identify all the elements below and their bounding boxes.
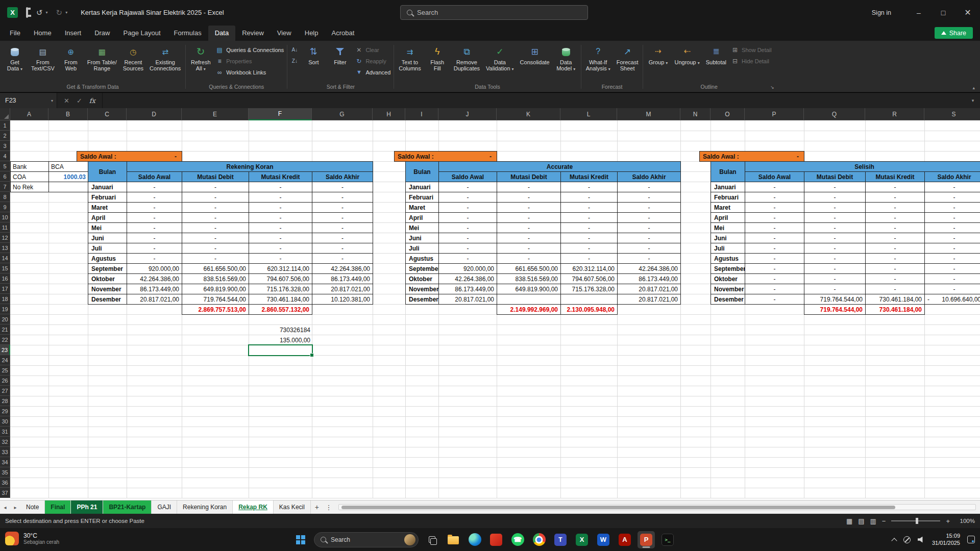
zoom-in-icon[interactable]: +: [946, 517, 950, 525]
excel-icon[interactable]: X: [573, 531, 591, 548]
properties-button[interactable]: ≡Properties: [215, 56, 284, 66]
filter-button[interactable]: Filter: [327, 42, 353, 65]
header-saldo-akhir[interactable]: Saldo Akhir: [924, 171, 980, 182]
ribbon-tab-view[interactable]: View: [271, 26, 298, 41]
ribbon-tab-acrobat[interactable]: Acrobat: [325, 26, 361, 41]
cell-value[interactable]: -: [127, 233, 182, 243]
ribbon-tab-data[interactable]: Data: [208, 26, 235, 41]
cell-month-desember[interactable]: Desember: [405, 294, 439, 305]
ribbon-tab-page-layout[interactable]: Page Layout: [117, 26, 167, 41]
cell-value[interactable]: -: [127, 253, 182, 264]
sign-in-button[interactable]: Sign in: [872, 9, 891, 16]
advanced-filter-button[interactable]: ▼Advanced: [355, 67, 390, 77]
table-title-selisih[interactable]: Selisih: [745, 161, 980, 172]
hide-detail-button[interactable]: ⊟Hide Detail: [731, 56, 772, 66]
cell-B6[interactable]: 1000.03: [48, 171, 88, 182]
reapply-filter-button[interactable]: ↻Reapply: [355, 56, 390, 66]
column-header-Q[interactable]: Q: [804, 108, 865, 120]
column-header-C[interactable]: C: [88, 108, 127, 120]
name-box[interactable]: F23 ▾: [0, 93, 57, 108]
cell-B7[interactable]: [48, 182, 88, 192]
ribbon-tab-insert[interactable]: Insert: [58, 26, 88, 41]
cell-value[interactable]: [497, 294, 561, 305]
cell-value[interactable]: -: [924, 243, 980, 254]
clear-filter-button[interactable]: ✕Clear: [355, 45, 390, 55]
header-bulan[interactable]: Bulan: [710, 161, 745, 182]
cell-value[interactable]: -: [865, 253, 925, 264]
cell-value[interactable]: -: [560, 202, 618, 213]
insert-function-icon[interactable]: fx: [89, 97, 95, 105]
cell-value[interactable]: 920.000,00: [127, 263, 182, 274]
ribbon-tab-help[interactable]: Help: [298, 26, 325, 41]
cell-total[interactable]: 2.860.557.132,00: [249, 304, 312, 315]
row-header-19[interactable]: 19: [0, 304, 10, 314]
data-model-button[interactable]: DataModel▾: [553, 42, 579, 72]
expand-formula-bar-icon[interactable]: ▾: [966, 93, 980, 108]
cell-value[interactable]: -: [924, 212, 980, 223]
cell-value[interactable]: 42.264.386,00: [617, 263, 681, 274]
queries-connections-button[interactable]: ▤Queries & Connections: [215, 45, 284, 55]
cell-value[interactable]: 42.264.386,00: [438, 273, 497, 284]
header-bulan[interactable]: Bulan: [88, 161, 127, 182]
cell-value[interactable]: 20.817.021,00: [617, 284, 681, 294]
network-icon[interactable]: [903, 536, 911, 543]
weather-widget[interactable]: 30°C Sebagian cerah: [5, 532, 59, 545]
cell-value[interactable]: -: [249, 182, 312, 192]
row-header-31[interactable]: 31: [0, 427, 10, 437]
column-header-B[interactable]: B: [48, 108, 88, 120]
group-button[interactable]: ⇢Group▾: [645, 42, 671, 66]
sheet-tab-gaji[interactable]: GAJI: [152, 500, 177, 514]
cell-value[interactable]: -: [617, 212, 681, 223]
cell-value[interactable]: 620.312.114,00: [249, 263, 312, 274]
sheet-tab-final[interactable]: Final: [45, 500, 71, 514]
cell-value[interactable]: -: [804, 192, 866, 203]
office-icon[interactable]: [487, 531, 505, 548]
cell-value[interactable]: -: [182, 202, 249, 213]
row-header-3[interactable]: 3: [0, 141, 10, 151]
cell-value[interactable]: -: [804, 182, 866, 192]
cell-value[interactable]: 730.461.184,00: [865, 294, 925, 305]
undo-icon[interactable]: ↺: [36, 9, 43, 16]
row-header-24[interactable]: 24: [0, 355, 10, 365]
cell-value[interactable]: -: [804, 243, 866, 254]
row-header-14[interactable]: 14: [0, 253, 10, 263]
customize-qat-icon[interactable]: ▾: [65, 10, 67, 15]
file-explorer-icon[interactable]: [445, 531, 462, 548]
cell-value[interactable]: -: [617, 192, 681, 203]
whatsapp-icon[interactable]: ☎: [509, 531, 526, 548]
selected-cell[interactable]: [248, 344, 313, 356]
header-mutasi-kredit[interactable]: Mutasi Kredit: [560, 171, 618, 182]
row-header-25[interactable]: 25: [0, 365, 10, 375]
cell-value[interactable]: -: [249, 233, 312, 243]
from-table-range-button[interactable]: ▦From Table/Range: [84, 42, 120, 71]
consolidate-button[interactable]: ⊞Consolidate: [517, 42, 553, 65]
column-header-E[interactable]: E: [182, 108, 249, 120]
cell-month-juni[interactable]: Juni: [405, 233, 439, 243]
cell-F22[interactable]: 135.000,00: [249, 335, 312, 345]
row-header-5[interactable]: 5: [0, 161, 10, 171]
start-button[interactable]: [292, 531, 309, 548]
teams-icon[interactable]: T: [552, 531, 569, 548]
tab-scroll-left-icon[interactable]: ◂: [0, 505, 10, 510]
cell-value[interactable]: -: [924, 273, 980, 284]
text-to-columns-button[interactable]: ⇉Text toColumns: [396, 42, 424, 71]
column-header-S[interactable]: S: [924, 108, 980, 120]
cell-value[interactable]: -: [560, 192, 618, 203]
ribbon-tab-home[interactable]: Home: [27, 26, 58, 41]
ungroup-button[interactable]: ⇠Ungroup▾: [671, 42, 702, 66]
cell-value[interactable]: 719.764.544,00: [804, 294, 866, 305]
cell-total[interactable]: 730.461.184,00: [865, 304, 925, 315]
cell-value[interactable]: -: [560, 253, 618, 264]
cell-value[interactable]: -: [617, 243, 681, 254]
cell-value[interactable]: -: [249, 212, 312, 223]
cell-value[interactable]: -: [182, 192, 249, 203]
cell-month-oktober[interactable]: Oktober: [88, 273, 127, 284]
edge-icon[interactable]: [466, 531, 483, 548]
select-all-corner[interactable]: [0, 108, 10, 120]
cell-value[interactable]: 20.817.021,00: [438, 294, 497, 305]
cell-value[interactable]: -: [438, 253, 497, 264]
cell-value[interactable]: -: [617, 182, 681, 192]
sort-button[interactable]: ⇅Sort: [300, 42, 327, 65]
cell-value[interactable]: 42.264.386,00: [312, 263, 373, 274]
recent-sources-button[interactable]: ◷RecentSources: [120, 42, 146, 71]
